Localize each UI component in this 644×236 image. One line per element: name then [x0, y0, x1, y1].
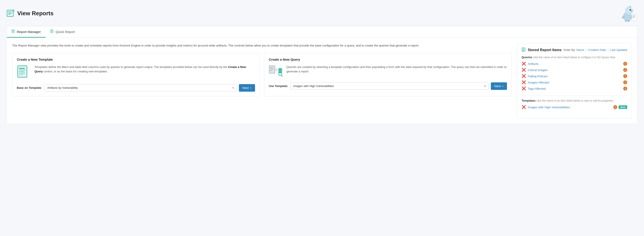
svg-rect-15: [625, 20, 627, 22]
templates-list: ❌ Images with High Vulnerabilities i New: [522, 104, 627, 110]
query-item-failing-link[interactable]: Failing Policies: [528, 75, 548, 78]
query-item-artifacts-link[interactable]: Artifacts: [528, 62, 538, 66]
right-panel-title: Stored Report Items: [528, 48, 562, 52]
query-item-artifacts-info[interactable]: i: [623, 62, 627, 66]
query-item-images: ❌ Images Affected i: [522, 79, 627, 85]
query-item-tags-remove[interactable]: ❌: [522, 87, 526, 90]
query-item-failing-remove[interactable]: ❌: [522, 74, 526, 78]
svg-rect-2: [8, 13, 12, 14]
svg-rect-53: [523, 50, 524, 50]
queries-list: ❌ Artifacts i ❌ Critical Images i: [522, 61, 627, 92]
tab-quick-report-label: Quick Report: [56, 30, 75, 34]
svg-rect-20: [632, 18, 634, 18]
left-panel: The Report Manager view provides the too…: [12, 43, 512, 119]
svg-rect-29: [51, 30, 52, 31]
svg-rect-25: [12, 30, 14, 31]
query-item-failing-info[interactable]: i: [623, 74, 627, 78]
template-card-body: Templates define the filters and table f…: [17, 65, 255, 80]
svg-rect-42: [270, 69, 274, 69]
query-item-artifacts-left: ❌ Artifacts: [522, 62, 538, 66]
svg-line-50: [281, 75, 282, 76]
template-next-button[interactable]: Next »: [239, 84, 255, 92]
query-select[interactable]: Images with High VulnerabilitiesArtifact…: [290, 82, 489, 90]
queries-label: Queries click the name of an item listed…: [522, 56, 627, 59]
right-panel: Stored Report Items Order By: Name | Cre…: [517, 43, 632, 119]
header: View Reports: [7, 5, 637, 22]
order-by-name[interactable]: Name: [576, 48, 584, 52]
svg-rect-39: [269, 66, 275, 73]
query-item-critical-remove[interactable]: ❌: [522, 68, 526, 72]
query-select-wrap: Images with High VulnerabilitiesArtifact…: [290, 82, 489, 90]
query-icon: +: [269, 65, 283, 77]
page-wrapper: View Reports: [0, 0, 644, 236]
mascot: [618, 5, 637, 22]
svg-rect-37: [19, 73, 25, 73]
svg-rect-31: [51, 32, 52, 32]
svg-rect-41: [270, 68, 273, 68]
order-by-creation-date[interactable]: Creation Date: [588, 48, 606, 52]
template-item-high-vuln-info[interactable]: i: [613, 105, 617, 109]
template-icon: [17, 65, 29, 79]
queries-section: Queries click the name of an item listed…: [522, 56, 627, 92]
right-panel-title-wrap: Stored Report Items: [522, 47, 562, 52]
query-item-images-link[interactable]: Images Affected: [528, 81, 549, 84]
header-left: View Reports: [7, 9, 54, 17]
query-card-text: Queries are created by selecting a templ…: [286, 65, 507, 74]
tab-report-manager-label: Report Manager: [17, 30, 41, 34]
query-next-button[interactable]: Next »: [491, 82, 507, 90]
template-item-high-vuln-new-badge: New: [618, 105, 627, 109]
svg-rect-26: [12, 31, 14, 31]
template-next-chevrons: »: [250, 86, 252, 89]
svg-rect-19: [632, 17, 636, 17]
query-item-artifacts: ❌ Artifacts i: [522, 61, 627, 67]
svg-rect-30: [51, 31, 52, 31]
query-item-images-info[interactable]: i: [623, 80, 627, 84]
svg-rect-4: [12, 10, 14, 12]
tabs-bar: Report Manager Quick Report: [7, 26, 637, 38]
svg-rect-1: [8, 12, 11, 12]
template-select[interactable]: Artifacts by VulnerabilityImages with Hi…: [44, 84, 237, 91]
query-item-critical: ❌ Critical Images i: [522, 67, 627, 73]
query-card-title: Create a New Query: [269, 58, 507, 61]
svg-rect-17: [632, 14, 637, 21]
svg-rect-35: [19, 70, 26, 70]
reports-icon: [7, 9, 14, 17]
query-item-failing-left: ❌ Failing Policies: [522, 74, 548, 78]
query-item-tags-left: ❌ Tags Affected: [522, 87, 546, 90]
svg-rect-27: [12, 32, 13, 32]
svg-rect-34: [19, 68, 25, 69]
svg-rect-36: [19, 71, 24, 72]
svg-rect-54: [523, 50, 524, 51]
query-item-critical-link[interactable]: Critical Images: [528, 68, 548, 72]
query-item-critical-left: ❌ Critical Images: [522, 68, 548, 72]
query-item-artifacts-remove[interactable]: ❌: [522, 62, 526, 66]
query-item-tags-link[interactable]: Tags Affected: [528, 87, 546, 90]
tab-report-manager[interactable]: Report Manager: [7, 26, 46, 38]
query-card: Create a New Query +: [264, 53, 512, 96]
query-card-body: + Queries: [269, 65, 507, 78]
right-panel-header: Stored Report Items Order By: Name | Cre…: [522, 47, 627, 52]
query-item-critical-info[interactable]: i: [623, 68, 627, 72]
quick-report-tab-icon: [50, 30, 54, 34]
description-text: The Report Manager view provides the too…: [12, 43, 512, 48]
template-item-high-vuln-remove[interactable]: ❌: [522, 105, 526, 109]
query-item-images-left: ❌ Images Affected: [522, 81, 549, 84]
svg-rect-5: [13, 10, 14, 11]
template-item-high-vuln-link[interactable]: Images with High Vulnerabilities: [528, 106, 570, 109]
template-card-text: Templates define the filters and table f…: [34, 65, 255, 74]
query-item-images-remove[interactable]: ❌: [522, 81, 526, 84]
cards-row: Create a New Template: [12, 53, 512, 96]
tab-quick-report[interactable]: Quick Report: [46, 26, 80, 38]
svg-rect-18: [632, 16, 636, 16]
order-by-last-updated[interactable]: Last Updated: [610, 48, 627, 52]
template-item-high-vuln-right: i New: [613, 105, 627, 109]
template-item-high-vuln-left: ❌ Images with High Vulnerabilities: [522, 105, 570, 109]
svg-rect-16: [628, 20, 630, 22]
template-card-title: Create a New Template: [17, 58, 255, 61]
query-item-tags-info[interactable]: i: [623, 87, 627, 90]
svg-point-10: [630, 9, 631, 11]
query-card-footer: Use Template: Images with High Vulnerabi…: [269, 82, 507, 90]
template-label: Base on Template:: [17, 86, 42, 89]
query-item-failing: ❌ Failing Policies i: [522, 73, 627, 79]
query-label: Use Template:: [269, 84, 288, 88]
